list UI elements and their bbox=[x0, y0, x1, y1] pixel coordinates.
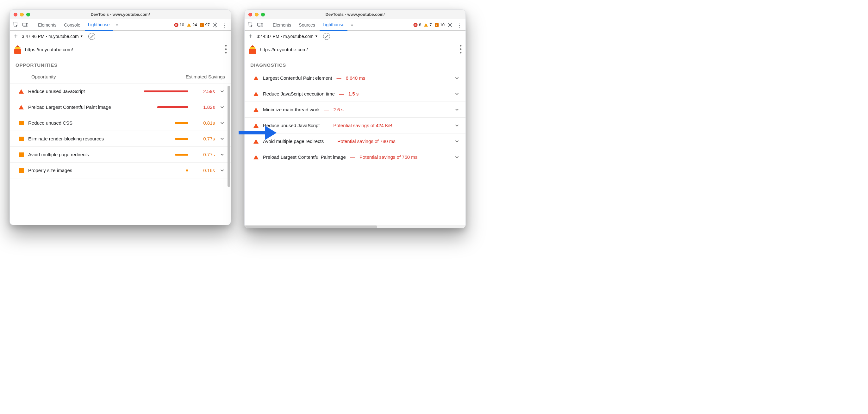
svg-point-29 bbox=[450, 24, 451, 26]
chevron-down-icon[interactable] bbox=[219, 153, 225, 157]
svg-rect-27 bbox=[436, 24, 437, 24]
chevron-down-icon[interactable] bbox=[219, 168, 225, 173]
opportunities-columns: Opportunity Estimated Savings bbox=[10, 70, 231, 84]
tab-elements[interactable]: Elements bbox=[270, 19, 294, 31]
chevron-down-icon[interactable] bbox=[219, 89, 225, 94]
svg-line-18 bbox=[216, 23, 217, 24]
more-icon[interactable]: ⋮ bbox=[221, 21, 229, 29]
section-opportunities: OPPORTUNITIES bbox=[10, 57, 231, 70]
opportunity-row[interactable]: Preload Largest Contentful Paint image1.… bbox=[10, 99, 231, 115]
savings-bar bbox=[144, 154, 188, 156]
settings-icon[interactable] bbox=[211, 21, 219, 29]
tab-console[interactable]: Console bbox=[61, 19, 83, 31]
chevron-down-icon[interactable] bbox=[454, 139, 460, 144]
diagnostic-label: Preload Largest Contentful Paint image bbox=[263, 154, 346, 160]
diagnostic-row[interactable]: Reduce unused JavaScript—Potential savin… bbox=[245, 118, 465, 133]
warning-icon bbox=[187, 23, 191, 27]
chevron-down-icon[interactable] bbox=[454, 107, 460, 112]
warnings-badge[interactable]: 24 bbox=[187, 23, 197, 27]
info-badge[interactable]: 97 bbox=[200, 23, 210, 27]
url-row: https://m.youtube.com/ ••• bbox=[10, 42, 231, 57]
savings-value: 0.16s bbox=[193, 168, 215, 173]
svg-rect-2 bbox=[23, 26, 26, 27]
diagnostic-row[interactable]: Reduce JavaScript execution time—1.5 s bbox=[245, 86, 465, 102]
errors-badge[interactable]: 8 bbox=[413, 23, 421, 27]
square-orange-icon bbox=[19, 137, 24, 141]
device-toolbar-icon[interactable] bbox=[21, 21, 29, 29]
titlebar: DevTools - www.youtube.com/ bbox=[245, 10, 465, 19]
new-report-button[interactable]: + bbox=[12, 33, 19, 40]
savings-value: 1.82s bbox=[193, 104, 215, 110]
diagnostic-row[interactable]: Avoid multiple page redirects—Potential … bbox=[245, 133, 465, 149]
square-orange-icon bbox=[19, 121, 24, 125]
column-opportunity: Opportunity bbox=[31, 74, 186, 79]
tab-elements[interactable]: Elements bbox=[35, 19, 60, 31]
info-badge[interactable]: 10 bbox=[434, 23, 444, 27]
metric-separator: — bbox=[350, 154, 355, 160]
issue-badges[interactable]: 10 24 97 bbox=[174, 23, 210, 27]
clear-report-button[interactable] bbox=[323, 33, 330, 40]
horizontal-scrollbar[interactable] bbox=[245, 225, 465, 228]
chevron-down-icon[interactable] bbox=[219, 121, 225, 125]
diagnostic-row[interactable]: Preload Largest Contentful Paint image—P… bbox=[245, 149, 465, 165]
metric-separator: — bbox=[324, 107, 329, 112]
clear-report-button[interactable] bbox=[88, 33, 95, 40]
chevron-down-icon[interactable] bbox=[454, 155, 460, 159]
tab-lighthouse[interactable]: Lighthouse bbox=[320, 19, 348, 31]
square-orange-icon bbox=[19, 153, 24, 157]
metric-separator: — bbox=[339, 91, 344, 96]
opportunity-row[interactable]: Avoid multiple page redirects0.77s bbox=[10, 147, 231, 163]
warning-icon bbox=[424, 23, 428, 27]
svg-rect-8 bbox=[202, 24, 202, 24]
savings-value: 0.77s bbox=[193, 152, 215, 157]
svg-rect-28 bbox=[436, 24, 437, 26]
savings-bar bbox=[144, 91, 188, 92]
report-selector[interactable]: 3:47:46 PM - m.youtube.com ▼ bbox=[22, 34, 83, 39]
diagnostic-row[interactable]: Largest Contentful Paint element—6,640 m… bbox=[245, 70, 465, 86]
diagnostic-row[interactable]: Minimize main-thread work—2.6 s bbox=[245, 102, 465, 118]
devtools-window-right: DevTools - www.youtube.com/ Elements Sou… bbox=[244, 9, 466, 228]
chevron-down-icon[interactable] bbox=[219, 105, 225, 109]
more-icon[interactable]: ⋮ bbox=[455, 21, 464, 29]
savings-value: 2.59s bbox=[193, 89, 215, 94]
opportunity-row[interactable]: Reduce unused CSS0.81s bbox=[10, 115, 231, 131]
lighthouse-logo-icon bbox=[249, 45, 256, 54]
report-selector[interactable]: 3:44:37 PM - m.youtube.com ▼ bbox=[257, 34, 318, 39]
lighthouse-logo-icon bbox=[14, 45, 21, 54]
svg-rect-9 bbox=[202, 24, 202, 26]
chevron-down-icon[interactable] bbox=[454, 92, 460, 96]
svg-line-16 bbox=[216, 26, 217, 27]
chevron-down-icon[interactable] bbox=[454, 123, 460, 128]
issue-badges[interactable]: 8 7 10 bbox=[413, 23, 444, 27]
tab-lighthouse[interactable]: Lighthouse bbox=[85, 19, 113, 31]
opportunity-row[interactable]: Properly size images0.16s bbox=[10, 163, 231, 179]
diagnostic-metric: Potential savings of 750 ms bbox=[360, 154, 417, 160]
tabs-overflow[interactable]: » bbox=[349, 19, 355, 31]
inspect-element-icon[interactable] bbox=[247, 21, 255, 29]
tabstrip: Elements Console Lighthouse » 10 24 bbox=[10, 19, 231, 31]
opportunity-row[interactable]: Reduce unused JavaScript2.59s bbox=[10, 84, 231, 99]
tabs-overflow[interactable]: » bbox=[114, 19, 120, 31]
warnings-badge[interactable]: 7 bbox=[424, 23, 432, 27]
report-menu-icon[interactable]: ••• bbox=[225, 44, 227, 54]
report-content: DIAGNOSTICS Largest Contentful Paint ele… bbox=[245, 57, 465, 225]
settings-icon[interactable] bbox=[446, 21, 454, 29]
inspect-element-icon[interactable] bbox=[12, 21, 20, 29]
report-menu-icon[interactable]: ••• bbox=[460, 44, 462, 54]
savings-bar bbox=[144, 122, 188, 124]
tab-sources[interactable]: Sources bbox=[296, 19, 318, 31]
new-report-button[interactable]: + bbox=[247, 33, 254, 40]
chevron-down-icon[interactable] bbox=[219, 137, 225, 141]
error-icon bbox=[174, 23, 179, 27]
triangle-red-icon bbox=[253, 139, 258, 144]
opportunity-label: Properly size images bbox=[28, 168, 140, 173]
svg-line-15 bbox=[214, 23, 214, 24]
square-orange-icon bbox=[19, 168, 24, 173]
opportunity-row[interactable]: Eliminate render-blocking resources0.77s bbox=[10, 131, 231, 147]
errors-badge[interactable]: 10 bbox=[174, 23, 184, 27]
window-title: DevTools - www.youtube.com/ bbox=[10, 12, 231, 17]
scrollbar[interactable] bbox=[227, 86, 230, 222]
device-toolbar-icon[interactable] bbox=[256, 21, 264, 29]
svg-rect-1 bbox=[23, 23, 27, 26]
chevron-down-icon[interactable] bbox=[454, 76, 460, 80]
